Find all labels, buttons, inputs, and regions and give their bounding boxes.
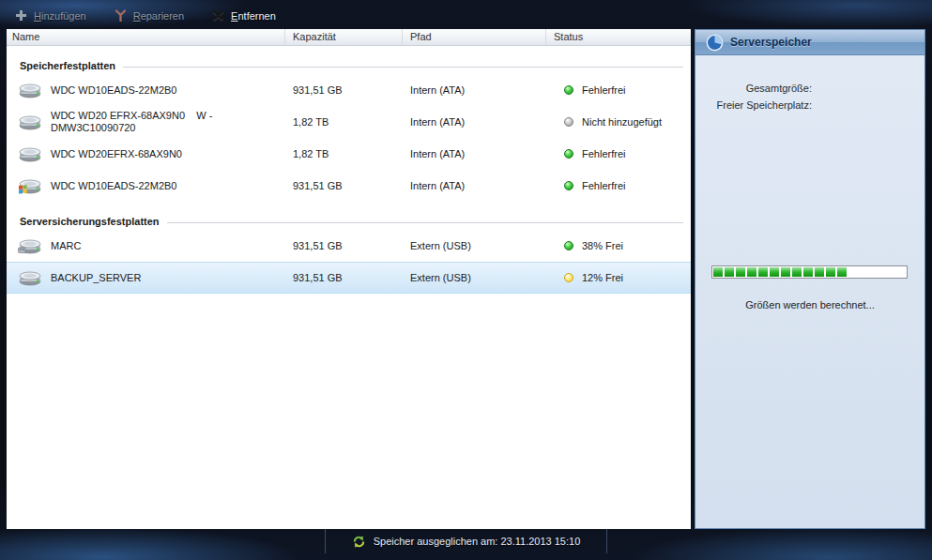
section-header: Speicherfestplatten bbox=[7, 46, 691, 74]
calculating-text: Größen werden berechnet... bbox=[695, 299, 924, 310]
status-text: Speicher ausgeglichen am: 23.11.2013 15:… bbox=[374, 536, 581, 547]
table-header: Name Kapazität Pfad Status bbox=[7, 29, 691, 46]
plus-icon bbox=[15, 9, 27, 22]
status-orb bbox=[564, 85, 573, 95]
add-button-label: Hinzufügen bbox=[34, 10, 86, 22]
cell-capacity: 1,82 TB bbox=[285, 148, 403, 159]
table-row[interactable]: MARC931,51 GBExtern (USB)38% Frei bbox=[7, 230, 691, 262]
drive-name: WDC WD20 EFRX-68AX9N0 W - DMW3C10090720 bbox=[51, 110, 212, 134]
remove-icon bbox=[212, 9, 224, 22]
progress-segment bbox=[713, 267, 723, 277]
status-label: 38% Frei bbox=[582, 240, 623, 251]
status-label: Fehlerfrei bbox=[582, 84, 625, 96]
remove-button[interactable]: Entfernen bbox=[212, 9, 276, 22]
table-body: SpeicherfestplattenWDC WD10EADS-22M2B093… bbox=[7, 46, 691, 529]
status-label: Fehlerfrei bbox=[582, 180, 625, 191]
progress-segment bbox=[815, 267, 824, 277]
section-divider bbox=[123, 67, 683, 68]
drive-name: MARC bbox=[51, 240, 81, 252]
section-title: Serversicherungsfestplatten bbox=[20, 216, 160, 227]
section-title: Speicherfestplatten bbox=[20, 60, 115, 71]
toolbar: Hinzufügen Reparieren Entfernen bbox=[0, 3, 932, 28]
cell-name: WDC WD10EADS-22M2B0 bbox=[7, 82, 285, 98]
storage-progress-bar bbox=[711, 265, 908, 279]
cell-name: BACKUP_SERVER bbox=[7, 269, 285, 286]
cell-status: 12% Frei bbox=[546, 272, 691, 283]
cell-status: Fehlerfrei bbox=[546, 148, 691, 159]
serverspeicher-panel: Serverspeicher Gesamtgröße: Freier Speic… bbox=[695, 29, 925, 529]
progress-segment bbox=[792, 267, 802, 277]
table-row[interactable]: WDC WD10EADS-22M2B0931,51 GBIntern (ATA)… bbox=[7, 170, 691, 202]
panel-title: Serverspeicher bbox=[730, 36, 812, 49]
cell-name: MARC bbox=[7, 237, 285, 254]
remove-button-label: Entfernen bbox=[231, 10, 276, 22]
progress-segment bbox=[725, 267, 734, 277]
progress-segment bbox=[837, 267, 847, 277]
hdd-system-icon bbox=[18, 177, 42, 194]
cell-name: WDC WD10EADS-22M2B0 bbox=[7, 177, 285, 194]
panel-body: Gesamtgröße: Freier Speicherplatz: Größe… bbox=[695, 55, 924, 528]
status-orb bbox=[564, 149, 573, 159]
progress-segment bbox=[747, 267, 756, 277]
cell-capacity: 931,51 GB bbox=[285, 180, 403, 191]
drive-name: WDC WD10EADS-22M2B0 bbox=[51, 84, 176, 97]
hdd-icon bbox=[18, 269, 42, 286]
section-divider bbox=[167, 222, 683, 223]
status-orb bbox=[564, 241, 573, 250]
status-label: Nicht hinzugefügt bbox=[582, 116, 662, 128]
column-header-path[interactable]: Pfad bbox=[403, 29, 546, 45]
progress-segment bbox=[781, 267, 790, 277]
table-row[interactable]: WDC WD20EFRX-68AX9N01,82 TBIntern (ATA)F… bbox=[7, 138, 691, 170]
cell-name: WDC WD20 EFRX-68AX9N0 W - DMW3C10090720 bbox=[7, 110, 285, 134]
repair-button-label: Reparieren bbox=[133, 10, 184, 22]
drive-name: BACKUP_SERVER bbox=[51, 272, 141, 284]
status-label: Fehlerfrei bbox=[582, 148, 625, 159]
cell-path: Intern (ATA) bbox=[403, 84, 546, 96]
balance-icon bbox=[352, 535, 366, 549]
pie-chart-icon bbox=[706, 34, 724, 52]
add-button[interactable]: Hinzufügen bbox=[15, 9, 86, 22]
server-storage-window: Hinzufügen Reparieren Entfernen Name Kap… bbox=[0, 0, 932, 560]
cell-path: Intern (ATA) bbox=[403, 148, 546, 159]
cell-status: Nicht hinzugefügt bbox=[546, 116, 691, 128]
status-message-box: Speicher ausgeglichen am: 23.11.2013 15:… bbox=[325, 529, 608, 553]
status-orb bbox=[564, 181, 573, 190]
cell-status: Fehlerfrei bbox=[546, 84, 691, 96]
cell-capacity: 931,51 GB bbox=[285, 240, 403, 251]
cell-path: Extern (USB) bbox=[403, 272, 546, 283]
cell-path: Intern (ATA) bbox=[403, 180, 546, 191]
status-label: 12% Frei bbox=[582, 272, 623, 283]
column-header-name[interactable]: Name bbox=[7, 29, 285, 45]
table-row[interactable]: WDC WD10EADS-22M2B0931,51 GBIntern (ATA)… bbox=[7, 74, 691, 106]
drive-name: WDC WD20EFRX-68AX9N0 bbox=[51, 148, 182, 160]
status-bar: Speicher ausgeglichen am: 23.11.2013 15:… bbox=[7, 529, 925, 553]
hdd-usb-icon bbox=[18, 237, 42, 254]
drive-name: WDC WD10EADS-22M2B0 bbox=[51, 180, 176, 192]
status-orb bbox=[564, 273, 573, 282]
cell-capacity: 1,82 TB bbox=[285, 116, 403, 128]
hdd-icon bbox=[18, 114, 42, 130]
main-area: Name Kapazität Pfad Status Speicherfestp… bbox=[7, 29, 925, 529]
hdd-icon bbox=[18, 82, 42, 98]
cell-status: 38% Frei bbox=[546, 240, 691, 251]
panel-header: Serverspeicher bbox=[695, 30, 924, 55]
table-row[interactable]: BACKUP_SERVER931,51 GBExtern (USB)12% Fr… bbox=[7, 262, 691, 294]
hdd-icon bbox=[18, 145, 42, 162]
cell-status: Fehlerfrei bbox=[546, 180, 691, 191]
table-row[interactable]: WDC WD20 EFRX-68AX9N0 W - DMW3C100907201… bbox=[7, 106, 691, 138]
cell-capacity: 931,51 GB bbox=[285, 84, 403, 96]
section-header: Serversicherungsfestplatten bbox=[7, 202, 691, 230]
progress-segment bbox=[770, 267, 779, 277]
cell-path: Intern (ATA) bbox=[403, 116, 546, 128]
column-header-status[interactable]: Status bbox=[546, 29, 691, 45]
repair-button[interactable]: Reparieren bbox=[115, 9, 184, 22]
cell-path: Extern (USB) bbox=[403, 240, 546, 251]
column-header-capacity[interactable]: Kapazität bbox=[285, 29, 403, 45]
drives-table: Name Kapazität Pfad Status Speicherfestp… bbox=[7, 29, 691, 529]
progress-segment bbox=[736, 267, 745, 277]
cell-name: WDC WD20EFRX-68AX9N0 bbox=[7, 145, 285, 162]
status-orb bbox=[564, 117, 573, 127]
progress-segment bbox=[826, 267, 835, 277]
progress-segment bbox=[803, 267, 813, 277]
repair-icon bbox=[115, 9, 127, 22]
